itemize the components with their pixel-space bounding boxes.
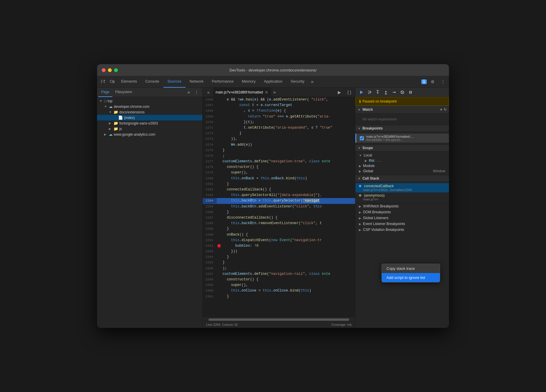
event-listeners-header[interactable]: ▶ Event Listener Breakpoints [355, 221, 449, 227]
breakpoints-section-header[interactable]: ▼ Breakpoints [355, 125, 449, 132]
svg-line-15 [401, 91, 403, 93]
dom-section-header[interactable]: ▶ DOM Breakpoints [355, 209, 449, 215]
scope-global-header[interactable]: ▶ Global Window [355, 168, 449, 174]
scroll-thumb[interactable] [208, 318, 349, 321]
step-over-btn[interactable] [366, 89, 373, 96]
callstack-section-header[interactable]: ▼ Call Stack [355, 175, 449, 182]
cursor-position: Line 2284, Column 16 [206, 323, 238, 326]
line-2274: 2274 We.add(e)) [203, 142, 355, 148]
line-2299: 2299 super(), [203, 282, 355, 288]
watch-refresh-btn[interactable]: ↻ [444, 108, 447, 112]
pretty-print-icon[interactable]: { } [345, 88, 354, 97]
svg-rect-16 [409, 91, 410, 94]
minimize-button[interactable] [108, 68, 112, 72]
tree-item-chrome-com[interactable]: ▼ ☁ developer.chrome.com [97, 104, 202, 109]
scope-local-header[interactable]: ▼ Local [355, 153, 449, 158]
tab-console[interactable]: Console [141, 76, 163, 88]
tree-item-top[interactable]: ▼ □ top [97, 98, 202, 104]
panel-more-icon[interactable]: » [186, 90, 192, 95]
code-editor: 2260 e && !we.has(e) && (e.addEventListe… [203, 97, 355, 317]
navigator-icon[interactable]: « [204, 88, 213, 97]
more-options-icon[interactable]: ⋮ [438, 77, 448, 86]
tree-item-fonts[interactable]: ▶ 📁 fonts/google-sans-v2003 [97, 120, 202, 126]
breakpoint-notice: ℹ Paused on breakpoint [355, 97, 449, 106]
tab-page[interactable]: Page [98, 88, 112, 97]
step-out-btn[interactable] [382, 89, 389, 96]
tab-memory[interactable]: Memory [238, 76, 260, 88]
line-2287: 2287 disconnectedCallback() { [203, 215, 355, 221]
line-2282: 2282 connectedCallback() { [203, 187, 355, 192]
line-2260: 2260 e && !we.has(e) && (e.addEventListe… [203, 97, 355, 103]
tree-item-js[interactable]: ▶ 📁 js [97, 126, 202, 132]
device-toolbar-icon[interactable] [108, 77, 117, 86]
line-2269: 2269 return "true" === e.getAttribute("a… [203, 114, 355, 120]
callstack-item-anonymous[interactable]: (anonymous) main.js?v= [355, 192, 449, 202]
line-2296: 2296 ); [203, 266, 355, 271]
line-2294: 2294 } [203, 254, 355, 260]
line-2286: 2286 } [203, 209, 355, 215]
xhr-section-header[interactable]: ▶ XHR/fetch Breakpoints [355, 203, 449, 209]
breakpoint-item[interactable]: main.js?v=e382d86f:formatted:... this.ba… [355, 134, 449, 143]
deactivate-btn[interactable] [399, 89, 406, 96]
line-2283: 2283 this.querySelectorAll("[data-expand… [203, 192, 355, 198]
file-tree: ▼ □ top ▼ ☁ developer.chrome.com ▼ 📁 doc… [97, 97, 202, 328]
line-2275: 2275 } [203, 148, 355, 153]
tree-item-index[interactable]: ▶ 📄 (index) [97, 115, 202, 120]
scope-section-header[interactable]: ▼ Scope [355, 145, 449, 151]
line-2292: 2292 bubbles: !0 [203, 243, 355, 249]
notification-badge: 1 [421, 79, 427, 84]
pause-on-exception-btn[interactable] [407, 89, 414, 96]
global-listeners-header[interactable]: ▶ Global Listeners [355, 215, 449, 221]
tab-elements[interactable]: Elements [117, 76, 141, 88]
settings-icon[interactable]: ⚙ [428, 77, 437, 86]
tab-sources[interactable]: Sources [163, 76, 186, 88]
step-into-btn[interactable] [374, 89, 381, 96]
line-2267: 2267 const t = e.currentTarget [203, 103, 355, 108]
breakpoint-checkbox[interactable] [360, 136, 364, 140]
tree-item-docs-extensions[interactable]: ▼ 📁 docs/extensions [97, 109, 202, 115]
scope-module-header[interactable]: ▶ Module [355, 163, 449, 168]
line-2278: 2278 constructor() { [203, 164, 355, 170]
tab-application[interactable]: Application [260, 76, 287, 88]
close-button[interactable] [102, 68, 106, 72]
scope-content: ▼ Local ▶ this : … ▶ Module [355, 151, 449, 175]
line-2277: 2277 customElements.define("navigation-t… [203, 159, 355, 164]
context-menu: Copy stack trace Add script to ignore li… [381, 264, 440, 282]
editor-tab-main-js[interactable]: main.js?v=e382d86f:formatted ✕ [213, 88, 271, 97]
line-2273: 2273 )), [203, 136, 355, 142]
devtools-tabbar: Elements Console Sources Network Perform… [97, 76, 449, 88]
line-2285: 2285 this.backBtn.addEventListener("clic… [203, 204, 355, 209]
scope-this-item[interactable]: ▶ this : … [355, 158, 449, 163]
line-2272: 2272 } [203, 131, 355, 136]
tab-performance[interactable]: Performance [208, 76, 238, 88]
tree-item-analytics[interactable]: ▶ ☁ www.google-analytics.com [97, 132, 202, 137]
breakpoints-content: main.js?v=e382d86f:formatted:... this.ba… [355, 132, 449, 145]
line-2281: 2281 } [203, 181, 355, 187]
editor-tabs: « main.js?v=e382d86f:formatted ✕ » ▶ { } [203, 88, 355, 97]
editor-tab-close[interactable]: ✕ [265, 90, 268, 94]
copy-stack-trace-item[interactable]: Copy stack trace [382, 264, 440, 273]
maximize-button[interactable] [114, 68, 118, 72]
resume-btn[interactable] [358, 89, 365, 96]
callstack-item-connected[interactable]: connectedCallback main.js?v=e382d...form… [355, 183, 449, 192]
more-tabs-icon[interactable]: » [308, 79, 316, 84]
tab-network[interactable]: Network [186, 76, 208, 88]
line-2295: 2295 } [203, 260, 355, 265]
csp-violations-header[interactable]: ▶ CSP Violation Breakpoints [355, 227, 449, 233]
watch-section-header[interactable]: ▼ Watch + ↻ [355, 106, 449, 114]
tab-filesystem[interactable]: Filesystem [112, 88, 135, 97]
step-btn[interactable] [391, 89, 398, 96]
code-scrollbar[interactable] [203, 317, 355, 321]
add-to-ignore-list-item[interactable]: Add script to ignore list [382, 273, 440, 282]
watch-add-btn[interactable]: + [440, 107, 442, 112]
line-2297: 2297 customElements.define("navigation-r… [203, 271, 355, 277]
run-snippets-icon[interactable]: ▶ [335, 88, 344, 97]
tab-security[interactable]: Security [286, 76, 308, 88]
inspect-icon[interactable] [98, 77, 108, 86]
coverage-status: Coverage: n/a [331, 323, 352, 326]
left-panel: Page Filesystem » ⋮ ▼ □ top ▼ ☁ [97, 88, 203, 328]
editor-right-tools: ▶ { } [335, 88, 354, 97]
editor-more-tabs[interactable]: » [271, 90, 278, 95]
content-area: Page Filesystem » ⋮ ▼ □ top ▼ ☁ [97, 88, 449, 328]
panel-menu-icon[interactable]: ⋮ [192, 88, 201, 97]
